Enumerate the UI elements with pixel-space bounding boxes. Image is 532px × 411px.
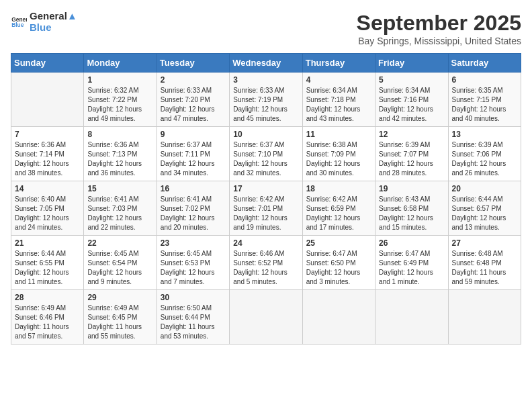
day-info: Sunrise: 6:35 AM Sunset: 7:15 PM Dayligh… bbox=[452, 86, 517, 124]
day-info: Sunrise: 6:41 AM Sunset: 7:02 PM Dayligh… bbox=[161, 195, 226, 232]
calendar-cell: 8Sunrise: 6:36 AM Sunset: 7:13 PM Daylig… bbox=[84, 127, 157, 181]
calendar-cell: 28Sunrise: 6:49 AM Sunset: 6:46 PM Dayli… bbox=[11, 290, 84, 345]
day-number: 19 bbox=[379, 184, 444, 193]
calendar-cell: 11Sunrise: 6:38 AM Sunset: 7:09 PM Dayli… bbox=[302, 127, 375, 181]
day-number: 23 bbox=[161, 238, 226, 248]
day-number: 20 bbox=[452, 184, 517, 193]
calendar-cell bbox=[230, 290, 302, 345]
calendar-table: SundayMondayTuesdayWednesdayThursdayFrid… bbox=[11, 53, 521, 345]
calendar-cell: 18Sunrise: 6:42 AM Sunset: 6:59 PM Dayli… bbox=[302, 181, 375, 236]
day-info: Sunrise: 6:34 AM Sunset: 7:16 PM Dayligh… bbox=[379, 86, 444, 124]
calendar-cell: 20Sunrise: 6:44 AM Sunset: 6:57 PM Dayli… bbox=[448, 181, 521, 236]
day-info: Sunrise: 6:48 AM Sunset: 6:48 PM Dayligh… bbox=[452, 249, 517, 287]
day-number: 16 bbox=[161, 184, 226, 193]
day-number: 13 bbox=[452, 130, 517, 139]
calendar-cell: 17Sunrise: 6:42 AM Sunset: 7:01 PM Dayli… bbox=[230, 181, 302, 236]
calendar-week-row: 1Sunrise: 6:32 AM Sunset: 7:22 PM Daylig… bbox=[11, 73, 521, 127]
calendar-cell: 12Sunrise: 6:39 AM Sunset: 7:07 PM Dayli… bbox=[375, 127, 448, 181]
calendar-cell: 10Sunrise: 6:37 AM Sunset: 7:10 PM Dayli… bbox=[230, 127, 302, 181]
calendar-cell: 9Sunrise: 6:37 AM Sunset: 7:11 PM Daylig… bbox=[157, 127, 229, 181]
day-number: 14 bbox=[15, 184, 80, 193]
calendar-cell: 26Sunrise: 6:47 AM Sunset: 6:49 PM Dayli… bbox=[375, 236, 448, 290]
day-number: 21 bbox=[15, 238, 80, 248]
weekday-header: Sunday bbox=[11, 54, 84, 73]
calendar-cell bbox=[448, 290, 521, 345]
location-title: Bay Springs, Mississippi, United States bbox=[357, 36, 521, 46]
calendar-cell: 27Sunrise: 6:48 AM Sunset: 6:48 PM Dayli… bbox=[448, 236, 521, 290]
calendar-cell: 25Sunrise: 6:47 AM Sunset: 6:50 PM Dayli… bbox=[302, 236, 375, 290]
calendar-week-row: 28Sunrise: 6:49 AM Sunset: 6:46 PM Dayli… bbox=[11, 290, 521, 345]
day-number: 22 bbox=[87, 238, 152, 248]
day-info: Sunrise: 6:36 AM Sunset: 7:14 PM Dayligh… bbox=[15, 140, 80, 178]
day-number: 7 bbox=[15, 130, 80, 139]
day-number: 11 bbox=[306, 130, 371, 139]
calendar-cell: 5Sunrise: 6:34 AM Sunset: 7:16 PM Daylig… bbox=[375, 73, 448, 127]
calendar-week-row: 7Sunrise: 6:36 AM Sunset: 7:14 PM Daylig… bbox=[11, 127, 521, 181]
day-info: Sunrise: 6:39 AM Sunset: 7:06 PM Dayligh… bbox=[452, 140, 517, 178]
day-info: Sunrise: 6:44 AM Sunset: 6:57 PM Dayligh… bbox=[452, 195, 517, 232]
calendar-cell: 2Sunrise: 6:33 AM Sunset: 7:20 PM Daylig… bbox=[157, 73, 229, 127]
day-number: 27 bbox=[452, 238, 517, 248]
month-title: September 2025 bbox=[357, 11, 521, 36]
calendar-week-row: 21Sunrise: 6:44 AM Sunset: 6:55 PM Dayli… bbox=[11, 236, 521, 290]
day-number: 29 bbox=[87, 293, 152, 302]
day-number: 6 bbox=[452, 75, 517, 85]
day-info: Sunrise: 6:41 AM Sunset: 7:03 PM Dayligh… bbox=[87, 195, 152, 232]
day-number: 25 bbox=[306, 238, 371, 248]
calendar-cell: 22Sunrise: 6:45 AM Sunset: 6:54 PM Dayli… bbox=[84, 236, 157, 290]
calendar-cell: 7Sunrise: 6:36 AM Sunset: 7:14 PM Daylig… bbox=[11, 127, 84, 181]
day-info: Sunrise: 6:34 AM Sunset: 7:18 PM Dayligh… bbox=[306, 86, 371, 124]
weekday-header: Monday bbox=[84, 54, 157, 73]
calendar-cell: 21Sunrise: 6:44 AM Sunset: 6:55 PM Dayli… bbox=[11, 236, 84, 290]
calendar-cell: 29Sunrise: 6:49 AM Sunset: 6:45 PM Dayli… bbox=[84, 290, 157, 345]
calendar-cell: 1Sunrise: 6:32 AM Sunset: 7:22 PM Daylig… bbox=[84, 73, 157, 127]
logo-general-text: General▲ bbox=[30, 11, 77, 22]
day-info: Sunrise: 6:37 AM Sunset: 7:10 PM Dayligh… bbox=[233, 140, 298, 178]
day-number: 9 bbox=[161, 130, 226, 139]
calendar-cell: 13Sunrise: 6:39 AM Sunset: 7:06 PM Dayli… bbox=[448, 127, 521, 181]
page-header: General Blue General▲ Blue September 202… bbox=[11, 11, 521, 46]
logo-icon: General Blue bbox=[11, 14, 27, 30]
day-info: Sunrise: 6:49 AM Sunset: 6:46 PM Dayligh… bbox=[15, 304, 80, 341]
day-info: Sunrise: 6:42 AM Sunset: 7:01 PM Dayligh… bbox=[233, 195, 298, 232]
calendar-cell: 14Sunrise: 6:40 AM Sunset: 7:05 PM Dayli… bbox=[11, 181, 84, 236]
day-number: 24 bbox=[233, 238, 298, 248]
day-info: Sunrise: 6:42 AM Sunset: 6:59 PM Dayligh… bbox=[306, 195, 371, 232]
svg-text:Blue: Blue bbox=[11, 21, 24, 28]
calendar-cell bbox=[11, 73, 84, 127]
day-info: Sunrise: 6:36 AM Sunset: 7:13 PM Dayligh… bbox=[87, 140, 152, 178]
day-number: 26 bbox=[379, 238, 444, 248]
day-number: 10 bbox=[233, 130, 298, 139]
calendar-cell: 19Sunrise: 6:43 AM Sunset: 6:58 PM Dayli… bbox=[375, 181, 448, 236]
day-number: 1 bbox=[87, 75, 152, 85]
title-block: September 2025 Bay Springs, Mississippi,… bbox=[357, 11, 521, 46]
day-number: 8 bbox=[87, 130, 152, 139]
day-info: Sunrise: 6:49 AM Sunset: 6:45 PM Dayligh… bbox=[87, 304, 152, 341]
day-info: Sunrise: 6:44 AM Sunset: 6:55 PM Dayligh… bbox=[15, 249, 80, 287]
day-number: 15 bbox=[87, 184, 152, 193]
weekday-header: Wednesday bbox=[230, 54, 302, 73]
calendar-header-row: SundayMondayTuesdayWednesdayThursdayFrid… bbox=[11, 54, 521, 73]
day-info: Sunrise: 6:33 AM Sunset: 7:19 PM Dayligh… bbox=[233, 86, 298, 124]
calendar-cell: 24Sunrise: 6:46 AM Sunset: 6:52 PM Dayli… bbox=[230, 236, 302, 290]
day-info: Sunrise: 6:47 AM Sunset: 6:49 PM Dayligh… bbox=[379, 249, 444, 287]
day-number: 4 bbox=[306, 75, 371, 85]
calendar-cell: 23Sunrise: 6:45 AM Sunset: 6:53 PM Dayli… bbox=[157, 236, 229, 290]
weekday-header: Tuesday bbox=[157, 54, 229, 73]
day-info: Sunrise: 6:33 AM Sunset: 7:20 PM Dayligh… bbox=[161, 86, 226, 124]
day-info: Sunrise: 6:38 AM Sunset: 7:09 PM Dayligh… bbox=[306, 140, 371, 178]
calendar-cell: 16Sunrise: 6:41 AM Sunset: 7:02 PM Dayli… bbox=[157, 181, 229, 236]
logo-blue-text: Blue bbox=[30, 22, 77, 34]
day-number: 18 bbox=[306, 184, 371, 193]
calendar-week-row: 14Sunrise: 6:40 AM Sunset: 7:05 PM Dayli… bbox=[11, 181, 521, 236]
day-number: 3 bbox=[233, 75, 298, 85]
calendar-cell: 3Sunrise: 6:33 AM Sunset: 7:19 PM Daylig… bbox=[230, 73, 302, 127]
day-info: Sunrise: 6:32 AM Sunset: 7:22 PM Dayligh… bbox=[87, 86, 152, 124]
day-number: 12 bbox=[379, 130, 444, 139]
calendar-cell: 15Sunrise: 6:41 AM Sunset: 7:03 PM Dayli… bbox=[84, 181, 157, 236]
day-info: Sunrise: 6:37 AM Sunset: 7:11 PM Dayligh… bbox=[161, 140, 226, 178]
calendar-cell: 4Sunrise: 6:34 AM Sunset: 7:18 PM Daylig… bbox=[302, 73, 375, 127]
day-info: Sunrise: 6:43 AM Sunset: 6:58 PM Dayligh… bbox=[379, 195, 444, 232]
day-number: 30 bbox=[161, 293, 226, 302]
day-info: Sunrise: 6:45 AM Sunset: 6:54 PM Dayligh… bbox=[87, 249, 152, 287]
